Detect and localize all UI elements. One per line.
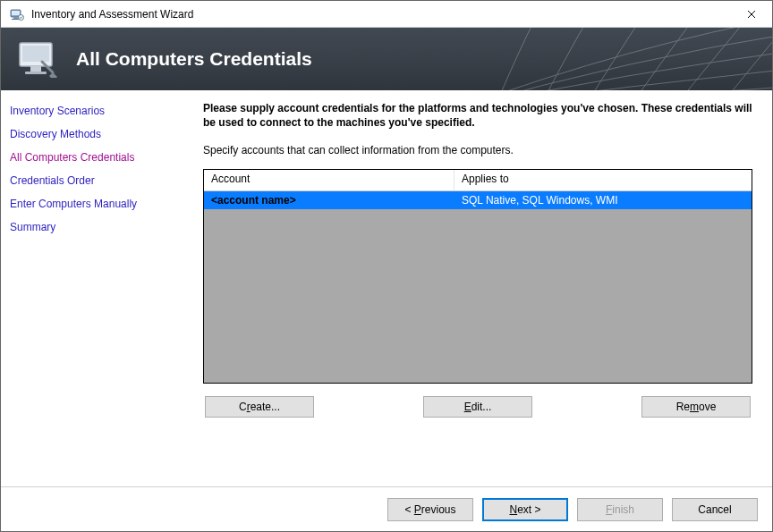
footer: < Previous Next > Finish Cancel <box>1 486 772 531</box>
table-row[interactable]: <account name> SQL Native, SQL Windows, … <box>204 191 752 209</box>
banner-title: All Computers Credentials <box>76 48 312 70</box>
titlebar: Inventory and Assessment Wizard <box>1 1 772 28</box>
sidebar-item-credentials-order[interactable]: Credentials Order <box>1 169 191 192</box>
body: Inventory Scenarios Discovery Methods Al… <box>1 90 772 486</box>
finish-button: Finish <box>577 498 663 521</box>
banner-monitor-icon <box>17 40 60 78</box>
svg-rect-2 <box>13 17 18 19</box>
sidebar-item-summary[interactable]: Summary <box>1 215 191 239</box>
sidebar-item-discovery-methods[interactable]: Discovery Methods <box>1 122 191 146</box>
column-header-applies-to[interactable]: Applies to <box>454 170 752 190</box>
close-button[interactable] <box>731 1 772 28</box>
svg-rect-7 <box>30 66 41 72</box>
cancel-button[interactable]: Cancel <box>672 498 758 521</box>
table-buttons-row: Create... Edit... Remove <box>203 396 752 418</box>
sidebar-item-inventory-scenarios[interactable]: Inventory Scenarios <box>1 99 191 122</box>
svg-rect-1 <box>12 11 20 15</box>
previous-button[interactable]: < Previous <box>387 498 473 521</box>
subinstruction-text: Specify accounts that can collect inform… <box>203 144 752 156</box>
svg-rect-8 <box>25 72 47 74</box>
instruction-text: Please supply account credentials for th… <box>203 101 752 130</box>
create-button[interactable]: Create... <box>205 396 314 418</box>
next-button[interactable]: Next > <box>482 498 568 521</box>
banner: All Computers Credentials <box>1 28 772 90</box>
remove-button[interactable]: Remove <box>641 396 751 418</box>
cell-account: <account name> <box>204 193 454 207</box>
edit-button[interactable]: Edit... <box>423 396 532 418</box>
sidebar-item-all-computers-credentials[interactable]: All Computers Credentials <box>1 146 191 169</box>
credentials-table: Account Applies to <account name> SQL Na… <box>203 169 752 384</box>
main-panel: Please supply account credentials for th… <box>191 90 772 486</box>
table-header: Account Applies to <box>204 170 752 191</box>
table-body: <account name> SQL Native, SQL Windows, … <box>204 191 752 383</box>
svg-marker-9 <box>49 72 57 78</box>
app-icon <box>10 7 24 21</box>
wizard-window: Inventory and Assessment Wizard <box>0 0 773 532</box>
svg-rect-6 <box>22 46 49 62</box>
sidebar-item-enter-computers-manually[interactable]: Enter Computers Manually <box>1 192 191 215</box>
window-title: Inventory and Assessment Wizard <box>31 8 731 21</box>
column-header-account[interactable]: Account <box>204 170 454 190</box>
sidebar: Inventory Scenarios Discovery Methods Al… <box>1 90 191 486</box>
cell-applies-to: SQL Native, SQL Windows, WMI <box>454 193 752 207</box>
banner-decoration <box>459 28 772 90</box>
